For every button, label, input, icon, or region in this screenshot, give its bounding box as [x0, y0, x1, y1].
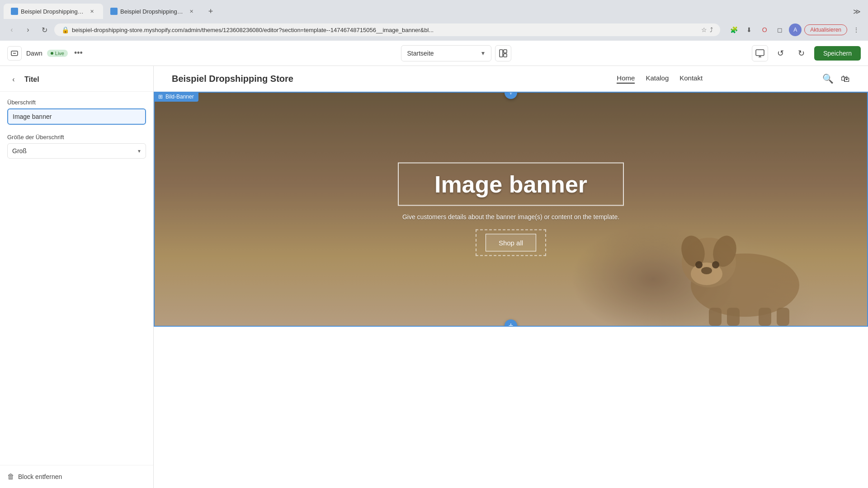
topbar-center: Startseite ▼	[166, 45, 746, 61]
live-label: Live	[55, 51, 64, 56]
tab-2[interactable]: Beispiel Dropshipping Store ·... ✕	[103, 4, 203, 19]
store-actions: 🔍 🛍	[822, 73, 850, 84]
nav-item-home[interactable]: Home	[617, 74, 635, 84]
chevron-down-icon: ▼	[481, 50, 486, 56]
search-icon[interactable]: 🔍	[822, 73, 834, 84]
tab-1-favicon	[11, 8, 18, 15]
uberschrift-input[interactable]	[7, 108, 146, 125]
tab-1[interactable]: Beispiel Dropshipping Store ·... ✕	[4, 4, 103, 19]
cart-icon[interactable]: 🛍	[841, 74, 850, 84]
tab-2-close[interactable]: ✕	[187, 7, 195, 15]
svg-point-13	[701, 267, 712, 274]
store-logo: Beispiel Dropshipping Store	[172, 74, 497, 84]
editor-body: ‹ Titel Überschrift Größe der Überschrif…	[0, 66, 868, 488]
uberschrift-field-group: Überschrift	[7, 99, 146, 125]
delete-block-button[interactable]: 🗑 Block entfernen	[0, 465, 153, 488]
nav-item-kontakt[interactable]: Kontakt	[679, 74, 703, 84]
banner-cta-wrapper[interactable]: Shop all	[476, 230, 546, 256]
panel-content: Überschrift Größe der Überschrift Klein …	[0, 92, 153, 465]
svg-rect-18	[759, 308, 771, 326]
trash-icon: 🗑	[7, 473, 14, 481]
extensions-icon[interactable]: 🧩	[727, 23, 740, 36]
new-tab-button[interactable]: +	[204, 5, 217, 18]
url-actions: ☆ ⤴	[701, 26, 713, 33]
panel-header: ‹ Titel	[0, 66, 153, 92]
svg-rect-3	[504, 50, 507, 53]
forward-button[interactable]: ›	[22, 23, 34, 36]
svg-point-15	[712, 261, 719, 268]
svg-rect-19	[777, 308, 789, 326]
bookmark-icon[interactable]: ☆	[701, 26, 707, 33]
refresh-button[interactable]: ↻	[38, 23, 51, 36]
store-header: Beispiel Dropshipping Store Home Katalog…	[154, 66, 868, 92]
menu-button[interactable]: ⋮	[850, 23, 863, 36]
update-button[interactable]: Aktualisieren	[804, 24, 847, 35]
topbar-right: ↺ ↻ Speichern	[752, 45, 861, 61]
live-badge: Live	[47, 50, 68, 57]
grosse-select[interactable]: Klein Mittel Groß	[7, 143, 146, 159]
svg-rect-4	[504, 54, 507, 57]
topbar-more-button[interactable]: •••	[72, 47, 85, 60]
svg-rect-17	[727, 308, 740, 326]
panel-back-button[interactable]: ‹	[7, 73, 20, 86]
editor-back-button[interactable]	[7, 46, 22, 61]
opera-icon[interactable]: O	[758, 23, 771, 36]
nav-item-katalog[interactable]: Katalog	[646, 74, 669, 84]
url-bar[interactable]: 🔒 beispiel-dropshipping-store.myshopify.…	[54, 23, 720, 36]
app-layout: Dawn Live ••• Startseite ▼	[0, 41, 868, 488]
tab-1-close[interactable]: ✕	[88, 7, 96, 15]
banner-content: Image banner Give customers details abou…	[398, 163, 624, 256]
browser-chrome: Beispiel Dropshipping Store ·... ✕ Beisp…	[0, 0, 868, 41]
store-nav: Home Katalog Kontakt	[497, 74, 823, 84]
section-label-text: Bild-Banner	[165, 94, 194, 100]
url-text: beispiel-dropshipping-store.myshopify.co…	[72, 27, 698, 33]
store-preview: Beispiel Dropshipping Store Home Katalog…	[154, 66, 868, 488]
grosse-select-wrapper: Klein Mittel Groß	[7, 143, 146, 159]
svg-rect-5	[756, 50, 764, 56]
svg-rect-16	[709, 308, 722, 326]
share-icon[interactable]: ⤴	[710, 26, 713, 33]
banner-title-box[interactable]: Image banner	[398, 163, 624, 206]
svg-point-14	[695, 261, 703, 268]
undo-button[interactable]: ↺	[773, 45, 789, 61]
live-dot	[51, 52, 53, 55]
browser-actions: 🧩 ⬇ O ◻ A Aktualisieren ⋮	[727, 23, 863, 36]
banner-title: Image banner	[413, 171, 609, 198]
page-selector[interactable]: Startseite ▼	[401, 45, 491, 61]
page-selector-text: Startseite	[407, 50, 476, 57]
dog-illustration	[618, 154, 822, 326]
wallet-icon[interactable]: ◻	[774, 23, 786, 36]
tab-bar: Beispiel Dropshipping Store ·... ✕ Beisp…	[0, 0, 868, 19]
uberschrift-label: Überschrift	[7, 99, 146, 106]
editor-topbar: Dawn Live ••• Startseite ▼	[0, 41, 868, 66]
save-button[interactable]: Speichern	[814, 46, 861, 61]
panel-title: Titel	[24, 75, 39, 84]
delete-label: Block entfernen	[18, 473, 62, 480]
profile-button[interactable]: A	[789, 23, 802, 36]
section-label-badge: ⊞ Bild-Banner	[154, 92, 198, 102]
grosse-label: Größe der Überschrift	[7, 134, 146, 141]
section-label-icon: ⊞	[158, 94, 163, 100]
grosse-field-group: Größe der Überschrift Klein Mittel Groß	[7, 134, 146, 159]
back-button[interactable]: ‹	[5, 23, 18, 36]
shop-all-button[interactable]: Shop all	[486, 234, 536, 252]
address-bar: ‹ › ↻ 🔒 beispiel-dropshipping-store.mysh…	[0, 19, 868, 41]
desktop-view-button[interactable]	[752, 45, 768, 61]
preview-area: Beispiel Dropshipping Store Home Katalog…	[154, 66, 868, 488]
svg-rect-2	[500, 50, 503, 57]
left-panel: ‹ Titel Überschrift Größe der Überschrif…	[0, 66, 154, 488]
topbar-left: Dawn Live •••	[7, 46, 161, 61]
tab-2-label: Beispiel Dropshipping Store ·...	[120, 8, 184, 15]
image-banner-section[interactable]: ⊞ Bild-Banner + Image banner Give custom…	[154, 92, 868, 327]
redo-button[interactable]: ↻	[793, 45, 810, 61]
banner-description: Give customers details about the banner …	[398, 213, 624, 221]
tab-overflow-button[interactable]: ≫	[849, 5, 864, 18]
lock-icon: 🔒	[61, 26, 69, 33]
layout-toggle-button[interactable]	[495, 45, 511, 61]
tab-1-label: Beispiel Dropshipping Store ·...	[21, 8, 85, 15]
store-name-label: Dawn	[26, 50, 42, 57]
downloads-icon[interactable]: ⬇	[743, 23, 755, 36]
tab-2-favicon	[110, 8, 118, 15]
